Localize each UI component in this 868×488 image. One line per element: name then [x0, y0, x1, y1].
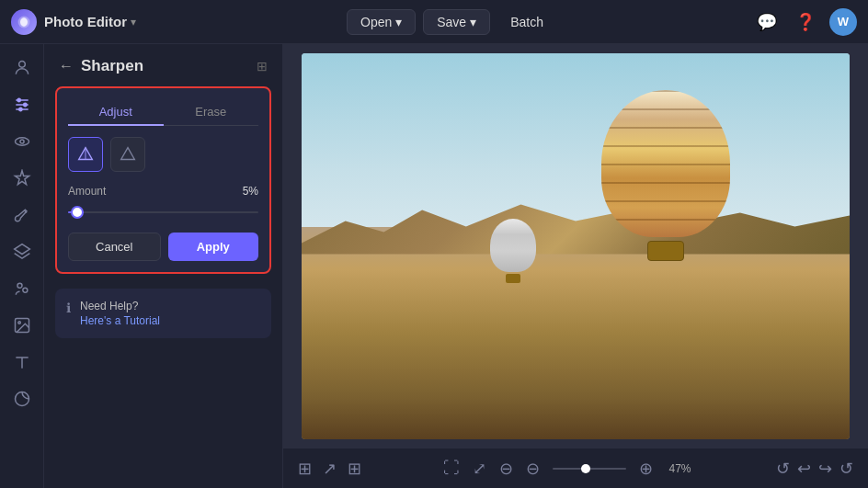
main-area: ← Sharpen ⊞ Adjust Erase — [0, 44, 868, 488]
svg-point-13 — [22, 288, 27, 292]
layers-bottom-icon[interactable]: ⊞ — [298, 459, 312, 479]
svg-point-8 — [15, 138, 29, 145]
app-logo — [11, 9, 37, 35]
crop-icon[interactable]: ⤢ — [473, 459, 486, 479]
balloon-basket-large — [647, 241, 684, 261]
fit-icon[interactable]: ⛶ — [443, 459, 460, 478]
batch-button[interactable]: Batch — [497, 10, 556, 34]
slider-thumb[interactable] — [71, 206, 84, 219]
bottom-left: ⊞ ↗ ⊞ — [298, 459, 361, 479]
balloon-small — [485, 219, 541, 288]
reset-icon[interactable]: ↺ — [839, 459, 853, 479]
undo-icon[interactable]: ↩ — [797, 459, 811, 479]
save-button[interactable]: Save ▾ — [423, 9, 490, 35]
app-name: Photo Editor — [44, 14, 127, 29]
sidebar-header: ← Sharpen ⊞ — [44, 44, 282, 86]
open-button[interactable]: Open ▾ — [347, 9, 416, 35]
open-label: Open — [360, 15, 392, 29]
text-icon-btn[interactable] — [6, 346, 39, 379]
help-link[interactable]: Here's a Tutorial — [80, 314, 160, 327]
comment-button[interactable]: 💬 — [752, 7, 782, 37]
cancel-button[interactable]: Cancel — [68, 233, 161, 261]
zoom-out-icon[interactable]: ⊖ — [499, 459, 513, 479]
amount-value: 5% — [243, 185, 258, 198]
svg-point-6 — [23, 103, 26, 106]
app-chevron[interactable]: ▾ — [131, 16, 136, 28]
amount-row: Amount 5% — [68, 185, 258, 198]
sparkle-icon-btn[interactable] — [6, 162, 39, 195]
balloon-large — [592, 90, 739, 274]
svg-point-12 — [17, 283, 22, 288]
canvas-area: ⊞ ↗ ⊞ ⛶ ⤢ ⊖ ⊖ ⊕ 47% ↺ ↩ ↪ — [283, 44, 868, 488]
svg-point-5 — [17, 98, 20, 101]
svg-point-9 — [19, 140, 23, 143]
sidebar-title: Sharpen — [81, 57, 249, 75]
topbar-right: 💬 ❓ W — [752, 7, 857, 37]
photo-frame — [302, 53, 850, 439]
sharpen-type-2-button[interactable] — [110, 137, 145, 172]
balloon-basket-small — [506, 274, 520, 283]
topbar: Photo Editor ▾ Open ▾ Save ▾ Batch 💬 ❓ W — [0, 0, 868, 44]
topbar-center: Open ▾ Save ▾ Batch — [151, 9, 752, 35]
help-content: Need Help? Here's a Tutorial — [80, 300, 160, 327]
help-title: Need Help? — [80, 300, 160, 312]
save-chevron: ▾ — [470, 15, 476, 29]
zoom-percentage: 47% — [666, 462, 695, 475]
tab-row: Adjust Erase — [68, 99, 258, 126]
bottom-bar: ⊞ ↗ ⊞ ⛶ ⤢ ⊖ ⊖ ⊕ 47% ↺ ↩ ↪ — [283, 448, 868, 488]
info-icon: ℹ — [66, 301, 71, 315]
balloon-envelope-small — [490, 219, 536, 272]
layers-icon-btn[interactable] — [6, 235, 39, 268]
eye-icon-btn[interactable] — [6, 125, 39, 158]
apply-button[interactable]: Apply — [168, 233, 259, 261]
sidebar: ← Sharpen ⊞ Adjust Erase — [44, 44, 283, 488]
sharpen-panel: Adjust Erase — [55, 86, 271, 274]
sharpen-type-row — [68, 137, 258, 172]
zoom-control — [553, 468, 626, 470]
sharpen-type-1-button[interactable] — [68, 137, 103, 172]
canvas-viewport — [283, 44, 868, 448]
bottom-center: ⛶ ⤢ ⊖ ⊖ ⊕ 47% — [361, 459, 776, 479]
svg-marker-11 — [14, 244, 29, 255]
adjust-icon-btn[interactable] — [6, 88, 39, 121]
svg-point-7 — [18, 108, 21, 110]
zoom-in-icon[interactable]: ⊕ — [639, 459, 653, 479]
landscape-layer — [302, 227, 850, 439]
amount-label: Amount — [68, 185, 106, 198]
batch-label: Batch — [510, 15, 543, 29]
tab-adjust[interactable]: Adjust — [68, 99, 164, 126]
balloon-envelope-large — [601, 90, 730, 237]
back-button[interactable]: ← — [59, 58, 74, 74]
export-icon[interactable]: ↗ — [323, 459, 337, 479]
amount-slider[interactable] — [68, 205, 258, 220]
open-chevron: ▾ — [395, 15, 402, 29]
action-row: Cancel Apply — [68, 233, 258, 261]
profile-icon-btn[interactable] — [6, 51, 39, 85]
image-icon-btn[interactable] — [6, 309, 39, 342]
redo-icon[interactable]: ↪ — [818, 459, 832, 479]
save-label: Save — [437, 15, 466, 29]
tab-erase[interactable]: Erase — [164, 99, 259, 126]
svg-marker-21 — [121, 148, 135, 160]
sticker-icon-btn[interactable] — [6, 382, 39, 415]
group-icon-btn[interactable] — [6, 272, 39, 305]
slider-track — [68, 211, 258, 213]
minus-circle-icon[interactable]: ⊖ — [526, 459, 540, 479]
icon-bar — [0, 44, 44, 488]
svg-point-15 — [17, 322, 19, 324]
brush-icon-btn[interactable] — [6, 199, 39, 232]
bottom-right: ↺ ↩ ↪ ↺ — [776, 459, 853, 479]
rotate-left-icon[interactable]: ↺ — [776, 459, 790, 479]
user-avatar[interactable]: W — [829, 8, 857, 36]
zoom-slider-thumb[interactable] — [581, 464, 590, 473]
help-button[interactable]: ❓ — [791, 7, 820, 37]
help-box: ℹ Need Help? Here's a Tutorial — [55, 289, 271, 338]
pin-icon[interactable]: ⊞ — [257, 59, 268, 74]
zoom-slider-track[interactable] — [553, 468, 626, 470]
grid-icon[interactable]: ⊞ — [348, 459, 361, 479]
sky-layer — [302, 53, 850, 246]
svg-point-1 — [18, 62, 25, 68]
